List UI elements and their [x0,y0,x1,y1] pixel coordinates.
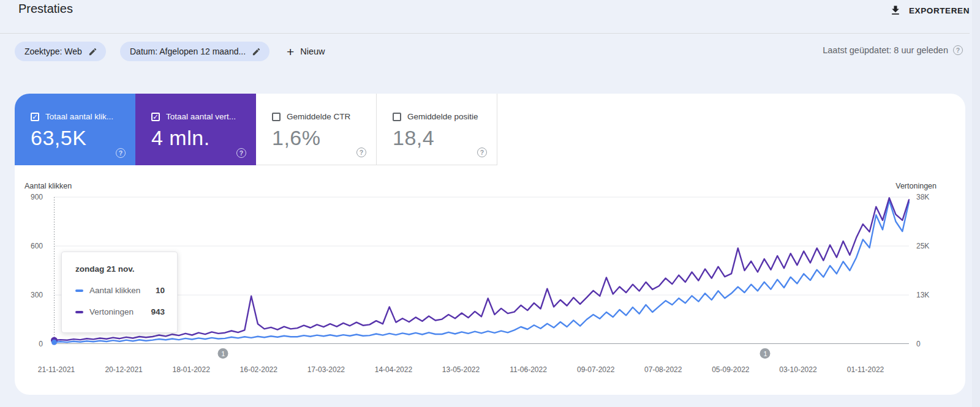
axis-tick: 0 [916,340,921,348]
x-axis-label: 11-06-2022 [510,365,547,374]
export-button[interactable]: EXPORTEREN [889,1,970,20]
tooltip-row-impressions: Vertoningen 943 [75,307,165,316]
x-axis-label: 07-08-2022 [644,365,682,374]
axis-tick: 25K [916,242,929,250]
annotation-badge[interactable]: 1 [218,348,228,359]
checkbox-unchecked-icon[interactable] [272,113,281,121]
metric-card-average-ctr[interactable]: Gemiddelde CTR 1,6% ? [256,94,377,165]
axis-tick: 0 [39,340,43,348]
x-axis-label: 13-05-2022 [442,365,480,374]
pencil-icon [88,47,97,56]
x-axis-label: 03-10-2022 [779,365,816,374]
tooltip-row-clicks: Aantal klikken 10 [75,286,165,295]
axis-tick: 38K [916,193,929,201]
metric-value: 4 mln. [151,126,256,150]
filter-bar: Zoektype: Web Datum: Afgelopen 12 maand.… [0,42,980,61]
metric-value: 1,6% [272,126,376,150]
topbar: Prestaties EXPORTEREN [0,0,980,33]
metric-label: Totaal aantal klik... [45,112,113,121]
annotation-badge[interactable]: 1 [760,348,771,359]
help-icon[interactable]: ? [116,148,126,158]
help-icon[interactable]: ? [477,147,487,157]
left-axis-ticks: 9006003000 [15,197,43,344]
tooltip-value: 10 [156,286,165,295]
metric-label: Gemiddelde positie [407,112,478,121]
metric-value: 18,4 [393,126,497,150]
export-label: EXPORTEREN [909,6,970,15]
metric-label: Totaal aantal vert... [166,112,236,121]
help-icon[interactable]: ? [356,147,366,157]
search-console-performance-page: Prestaties EXPORTEREN Zoektype: Web Datu… [0,0,980,407]
x-axis-label: 01-11-2022 [847,365,884,374]
help-icon[interactable]: ? [236,148,246,158]
last-updated: Laatst geüpdatet: 8 uur geleden ? [823,45,963,55]
scrollbar-track[interactable] [972,0,980,407]
filter-chip-search-type[interactable]: Zoektype: Web [15,42,106,61]
report-panel: ✓ Totaal aantal klik... 63,5K ? ✓ Totaal… [15,94,965,395]
tooltip-date: zondag 21 nov. [75,264,165,274]
chart-tooltip: zondag 21 nov. Aantal klikken 10 Vertoni… [61,252,178,333]
x-axis-label: 17-03-2022 [307,365,345,374]
header-divider [0,33,970,34]
axis-tick: 900 [31,193,43,201]
chart-plot-area[interactable] [54,197,909,345]
filter-chip-search-type-label: Zoektype: Web [24,47,82,56]
metric-card-average-position[interactable]: Gemiddelde positie 18,4 ? [377,94,497,165]
filter-chip-date-range-label: Datum: Afgelopen 12 maand... [130,47,246,56]
tooltip-label: Vertoningen [89,307,145,316]
x-axis-label: 16-02-2022 [240,365,277,374]
new-filter-button[interactable]: + Nieuw [287,42,325,61]
new-filter-label: Nieuw [300,47,325,56]
right-axis-title: Vertoningen [895,182,937,190]
checkbox-unchecked-icon[interactable] [393,113,401,121]
download-icon [889,4,902,17]
tooltip-label: Aantal klikken [89,286,149,295]
axis-tick: 600 [31,242,43,250]
left-axis-title: Aantal klikken [24,182,72,190]
annotation-badges: 11 [54,348,909,359]
last-updated-text: Laatst geüpdatet: 8 uur geleden [823,45,948,55]
metric-cards: ✓ Totaal aantal klik... 63,5K ? ✓ Totaal… [15,94,512,165]
plus-icon: + [287,45,294,58]
checkbox-checked-icon[interactable]: ✓ [31,113,39,121]
impressions-series-swatch [75,311,83,313]
metric-card-total-impressions[interactable]: ✓ Totaal aantal vert... 4 mln. ? [135,94,256,165]
checkbox-checked-icon[interactable]: ✓ [151,113,160,121]
tooltip-value: 943 [151,307,165,316]
right-axis-ticks: 38K25K13K0 [916,197,953,344]
help-icon[interactable]: ? [953,45,963,55]
x-axis-label: 18-01-2022 [172,365,209,374]
x-axis-label: 14-04-2022 [375,365,412,374]
axis-tick: 13K [916,291,929,299]
line-chart [54,197,909,345]
metric-value: 63,5K [31,126,135,150]
x-axis-label: 05-09-2022 [712,365,749,374]
page-title: Prestaties [18,2,73,16]
metric-label: Gemiddelde CTR [287,112,350,121]
x-axis-label: 20-12-2021 [105,365,142,374]
x-axis-label: 21-11-2021 [38,365,75,374]
filter-chip-date-range[interactable]: Datum: Afgelopen 12 maand... [120,42,270,61]
axis-tick: 300 [31,291,43,299]
clicks-series-swatch [75,289,83,292]
x-axis-labels: 21-11-202120-12-202118-01-202216-02-2022… [54,365,909,375]
x-axis-label: 09-07-2022 [577,365,614,374]
metric-card-total-clicks[interactable]: ✓ Totaal aantal klik... 63,5K ? [15,94,135,165]
pencil-icon [252,47,261,56]
